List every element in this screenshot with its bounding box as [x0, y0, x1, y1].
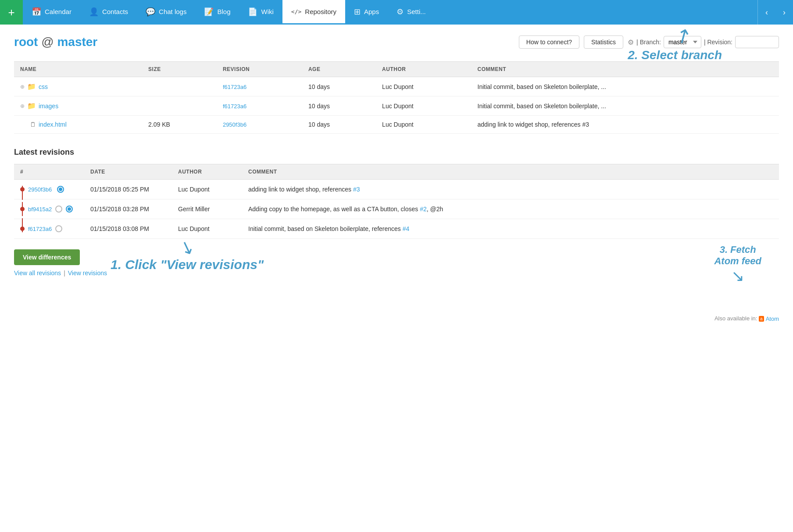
rev-comment-cell: Adding copy to the homepage, as well as …	[242, 199, 779, 219]
file-link-index[interactable]: index.html	[39, 121, 67, 128]
revision-label: | Revision:	[704, 39, 732, 46]
calendar-icon: 📅	[32, 7, 41, 17]
nav-label-apps: Apps	[364, 8, 379, 15]
nav-back-button[interactable]: ‹	[758, 0, 775, 25]
file-age-cell: 10 days	[302, 77, 376, 96]
nav-label-contacts: Contacts	[102, 8, 128, 15]
view-differences-button[interactable]: View differences	[14, 249, 80, 265]
view-revisions-link[interactable]: View revisions	[68, 270, 107, 277]
file-age-cell: 10 days	[302, 116, 376, 134]
radio-button-right[interactable]	[66, 206, 73, 213]
chat-icon: 💬	[146, 7, 155, 17]
view-all-revisions-link[interactable]: View all revisions	[14, 270, 61, 277]
folder-icon: 📁	[27, 82, 36, 91]
nav-label-blog: Blog	[217, 8, 230, 15]
timeline-dot	[20, 227, 25, 231]
arrow-left-icon: ↙	[177, 235, 198, 259]
nav-item-chatlogs[interactable]: 💬 Chat logs	[137, 0, 195, 25]
nav-item-settings[interactable]: ⚙ Setti...	[388, 0, 435, 25]
nav-label-repository: Repository	[305, 8, 336, 15]
add-button[interactable]: +	[0, 0, 23, 25]
file-comment-cell: Initial commit, based on Skeleton boiler…	[472, 96, 779, 116]
rev-comment-cell: adding link to widget shop, references #…	[242, 180, 779, 199]
rev-col-hash: #	[14, 164, 84, 180]
nav-item-repository[interactable]: </> Repository	[282, 0, 345, 25]
top-navigation: + 📅 Calendar 👤 Contacts 💬 Chat logs 📝 Bl…	[0, 0, 793, 25]
file-table: NAME SIZE REVISION AGE AUTHOR COMMENT ⊕ …	[14, 61, 779, 134]
expand-icon[interactable]: ⊕	[20, 103, 25, 109]
fetch-atom-annotation: 3. FetchAtom feed ↘	[714, 244, 761, 285]
rev-hash-link[interactable]: f61723a6	[28, 226, 52, 232]
rev-date-cell: 01/15/2018 03:08 PM	[84, 219, 172, 239]
file-size-cell: 2.09 KB	[142, 116, 217, 134]
nav-item-wiki[interactable]: 📄 Wiki	[239, 0, 282, 25]
apps-icon: ⊞	[354, 7, 361, 17]
rev-author-cell: Luc Dupont	[172, 219, 242, 239]
revision-input[interactable]	[735, 36, 779, 48]
rev-col-author: AUTHOR	[172, 164, 242, 180]
col-name: NAME	[14, 62, 142, 77]
radio-button-left[interactable]	[55, 206, 62, 213]
nav-label-chatlogs: Chat logs	[159, 8, 186, 15]
nav-item-calendar[interactable]: 📅 Calendar	[23, 0, 80, 25]
col-size: SIZE	[142, 62, 217, 77]
branch-control: ⚙ | Branch: master develop | Revision:	[628, 36, 779, 48]
nav-item-contacts[interactable]: 👤 Contacts	[80, 0, 137, 25]
revision-row: 2950f3b6 01/15/2018 05:25 PM Luc Dupont …	[14, 180, 779, 199]
timeline-dot	[20, 187, 25, 192]
file-comment-cell: adding link to widget shop, references #…	[472, 116, 779, 134]
how-to-connect-button[interactable]: How to connect?	[519, 35, 579, 49]
file-author-cell: Luc Dupont	[376, 77, 471, 96]
rev-author-cell: Luc Dupont	[172, 180, 242, 199]
rev-hash-cell: bf9415a2	[14, 199, 84, 219]
col-comment: COMMENT	[472, 62, 779, 77]
col-age: AGE	[302, 62, 376, 77]
folder-icon: 📁	[27, 102, 36, 110]
branch-label: | Branch:	[636, 39, 661, 46]
blog-icon: 📝	[204, 7, 214, 17]
click-revisions-label: 1. Click "View revisions"	[111, 257, 264, 272]
rev-hash-link[interactable]: 2950f3b6	[28, 186, 52, 193]
comment-hash-link[interactable]: #4	[403, 225, 410, 232]
revision-link[interactable]: f61723a6	[223, 103, 246, 110]
file-size-cell	[142, 77, 217, 96]
also-available-label: Also available in:	[714, 315, 757, 322]
plus-icon: +	[8, 7, 14, 18]
nav-forward-button[interactable]: ›	[775, 0, 793, 25]
rev-author-cell: Gerrit Miller	[172, 199, 242, 219]
radio-button-right[interactable]	[57, 186, 64, 193]
revisions-section-title: Latest revisions	[14, 148, 779, 157]
file-size-cell	[142, 96, 217, 116]
revision-row: f61723a6 01/15/2018 03:08 PM Luc Dupont …	[14, 219, 779, 239]
rev-hash-cell: f61723a6	[14, 219, 84, 239]
radio-button-left[interactable]	[55, 225, 62, 232]
header-row: root @ master How to connect? Statistics…	[14, 35, 779, 49]
file-name-cell: 🗒 index.html	[14, 116, 142, 134]
rev-hash-link[interactable]: bf9415a2	[28, 206, 52, 213]
comment-hash-link[interactable]: #3	[353, 186, 360, 193]
also-available: Also available in: a Atom	[14, 312, 779, 322]
col-author: AUTHOR	[376, 62, 471, 77]
file-table-header: NAME SIZE REVISION AGE AUTHOR COMMENT	[14, 62, 779, 77]
links-separator: |	[64, 270, 65, 277]
nav-item-blog[interactable]: 📝 Blog	[195, 0, 239, 25]
revisions-table-header: # DATE AUTHOR COMMENT	[14, 164, 779, 180]
rev-col-date: DATE	[84, 164, 172, 180]
table-row: ⊕ 📁 images f61723a6 10 days Luc Dupont I…	[14, 96, 779, 116]
header-controls: How to connect? Statistics ⚙ | Branch: m…	[519, 35, 779, 49]
nav-label-calendar: Calendar	[45, 8, 71, 15]
file-age-cell: 10 days	[302, 96, 376, 116]
revision-link[interactable]: 2950f3b6	[223, 121, 246, 128]
statistics-button[interactable]: Statistics	[584, 35, 623, 49]
file-link-images[interactable]: images	[39, 103, 58, 110]
comment-hash-link[interactable]: #2	[420, 206, 427, 213]
nav-label-wiki: Wiki	[261, 8, 273, 15]
expand-icon[interactable]: ⊕	[20, 84, 25, 90]
nav-item-apps[interactable]: ⊞ Apps	[345, 0, 388, 25]
revision-link[interactable]: f61723a6	[223, 84, 246, 90]
table-row: ⊕ 📁 css f61723a6 10 days Luc Dupont Init…	[14, 77, 779, 96]
file-link-css[interactable]: css	[39, 83, 48, 90]
atom-feed-link[interactable]: a Atom	[759, 316, 779, 322]
main-content: root @ master How to connect? Statistics…	[0, 25, 793, 333]
nav-label-settings: Setti...	[407, 8, 426, 15]
